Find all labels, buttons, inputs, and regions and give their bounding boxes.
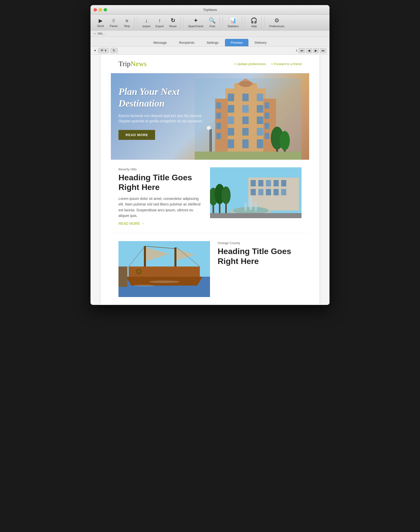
preview-controls-right: 1 ⏮ ◀ ▶ ⏭: [296, 48, 326, 53]
eye-button[interactable]: 👁 ▾: [98, 48, 109, 53]
newsletter: TripNews Update preferences Forward to a…: [111, 55, 309, 305]
svg-point-59: [244, 202, 247, 212]
playback-group: ▶ Send ⏸ Pause ■ Stop: [93, 17, 134, 28]
svg-rect-37: [195, 152, 302, 160]
nav-first-button[interactable]: ⏮: [298, 48, 305, 53]
svg-rect-46: [258, 189, 263, 195]
spamcheck-button[interactable]: ✦ SpamCheck: [186, 16, 205, 29]
divider-1: [137, 18, 138, 28]
svg-rect-75: [118, 267, 127, 287]
spamcheck-label: SpamCheck: [188, 25, 203, 28]
svg-point-36: [280, 131, 290, 150]
email-canvas: TripNews Update preferences Forward to a…: [91, 55, 329, 305]
svg-point-60: [254, 202, 257, 212]
reset-button[interactable]: ↻ Reset: [167, 16, 179, 29]
article-2-location: Orange County: [218, 241, 302, 245]
article-1-image: [210, 167, 302, 226]
titlebar: TripNews: [91, 5, 329, 15]
svg-rect-61: [210, 213, 302, 218]
svg-rect-21: [216, 102, 221, 109]
hero-title: Plan Your Next Destination: [118, 86, 205, 109]
svg-rect-28: [265, 123, 269, 129]
article-1-body: Lorem ipsum dolor sit amet, consectetur …: [118, 196, 202, 219]
send-button[interactable]: ▶ Send: [94, 17, 107, 28]
nav-next-button[interactable]: ▶: [313, 48, 319, 53]
svg-rect-47: [266, 189, 271, 195]
export-button[interactable]: ↑ Export: [153, 16, 166, 29]
find-button[interactable]: 🔍 Find: [206, 16, 219, 29]
article-1-readmore[interactable]: READ MORE →: [118, 221, 202, 226]
stop-button[interactable]: ■ Stop: [121, 17, 133, 28]
svg-rect-16: [257, 105, 263, 113]
svg-rect-8: [228, 128, 234, 136]
statistics-icon: 📊: [230, 17, 236, 24]
logo-black: Trip: [118, 60, 130, 68]
find-icon: 🔍: [209, 17, 216, 24]
svg-rect-15: [257, 94, 263, 101]
help-button[interactable]: 🎧 Help: [248, 16, 260, 29]
tab-message[interactable]: Message: [147, 39, 173, 46]
send-label: Send: [97, 24, 104, 27]
article-1-text: Beverly Hills Heading Title Goes Right H…: [118, 167, 202, 226]
tab-delivery[interactable]: Delivery: [249, 39, 273, 46]
svg-rect-43: [274, 180, 279, 186]
article-1-heading: Heading Title Goes Right Here: [118, 173, 202, 192]
tab-preview[interactable]: Preview: [225, 39, 248, 46]
eye-icon: 👁 ▾: [100, 49, 107, 52]
article-1-section: Beverly Hills Heading Title Goes Right H…: [111, 160, 309, 233]
refresh-icon: ↻: [113, 49, 115, 52]
app-window: TripNews ▶ Send ⏸ Pause ■ Stop ↓ Import: [91, 5, 329, 305]
logo-green: News: [130, 60, 147, 68]
svg-rect-41: [258, 180, 263, 186]
hero-section: Plan Your Next Destination Epsum factori…: [111, 73, 309, 160]
stats-group: 📊 Statistics: [224, 16, 242, 29]
pause-icon: ⏸: [111, 18, 116, 24]
statistics-label: Statistics: [228, 25, 239, 28]
article-2-heading: Heading Title Goes Right Here: [218, 246, 302, 266]
preview-controls-left: ▼ 👁 ▾ ↻: [94, 48, 118, 53]
import-button[interactable]: ↓ Import: [140, 16, 153, 29]
nav-prev-button[interactable]: ◀: [306, 48, 312, 53]
svg-rect-18: [257, 128, 263, 136]
spamcheck-icon: ✦: [193, 17, 198, 24]
maximize-button[interactable]: [104, 8, 107, 11]
dropdown-button[interactable]: ▼: [94, 49, 97, 52]
forward-to-friend-link[interactable]: Forward to a friend: [271, 62, 302, 66]
preferences-button[interactable]: ⚙ Preferences: [267, 16, 286, 29]
svg-rect-5: [228, 94, 234, 101]
svg-rect-11: [242, 105, 249, 113]
refresh-button[interactable]: ↻: [110, 48, 118, 53]
svg-rect-42: [266, 180, 271, 186]
statistics-button[interactable]: 📊 Statistics: [226, 16, 241, 29]
reset-icon: ↻: [171, 17, 175, 24]
pause-label: Pause: [110, 24, 117, 27]
stop-label: Stop: [124, 24, 130, 27]
hero-read-more-button[interactable]: READ MORE: [118, 130, 155, 140]
svg-point-4: [239, 81, 252, 87]
svg-rect-66: [144, 246, 146, 267]
tab-recipients[interactable]: Recipients: [173, 39, 200, 46]
main-toolbar: ▶ Send ⏸ Pause ■ Stop ↓ Import ↑ Export: [91, 15, 329, 31]
minimize-button[interactable]: [99, 8, 102, 11]
svg-point-55: [221, 186, 231, 204]
svg-rect-13: [242, 128, 249, 136]
preferences-icon: ⚙: [274, 17, 279, 24]
svg-rect-22: [216, 113, 221, 119]
import-icon: ↓: [145, 17, 148, 24]
update-preferences-link[interactable]: Update preferences: [234, 62, 266, 66]
status-arrows: ↔: [93, 32, 97, 36]
close-button[interactable]: [94, 8, 97, 11]
newsletter-logo: TripNews: [118, 60, 147, 68]
svg-rect-24: [216, 133, 221, 139]
pause-button[interactable]: ⏸ Pause: [107, 17, 120, 28]
tab-settings[interactable]: Settings: [201, 39, 224, 46]
reset-label: Reset: [169, 25, 177, 28]
nav-last-button[interactable]: ⏭: [320, 48, 326, 53]
help-group: 🎧 Help: [247, 16, 262, 29]
svg-rect-29: [265, 133, 269, 139]
svg-rect-44: [281, 180, 286, 186]
svg-rect-17: [257, 116, 263, 124]
export-label: Export: [156, 25, 164, 28]
find-label: Find: [209, 25, 215, 28]
export-icon: ↑: [158, 17, 161, 24]
